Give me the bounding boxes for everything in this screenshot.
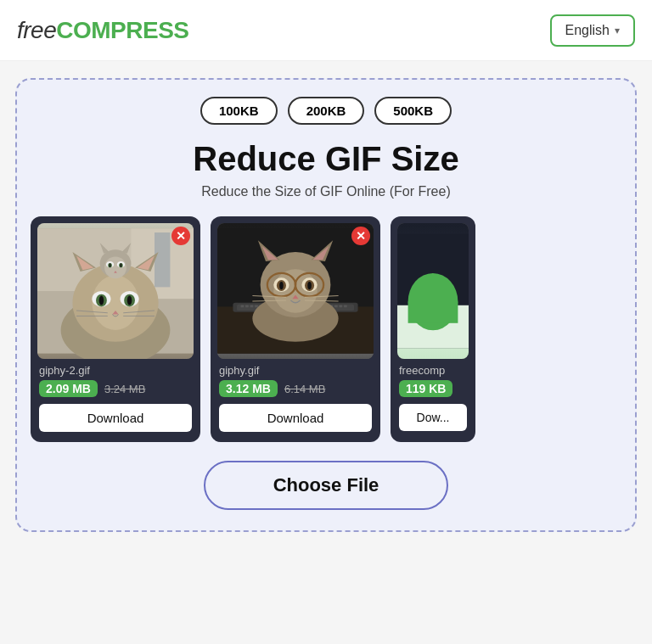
file-card-2: ✕ giphy.gif 3.12 MB 6.14 MB Download	[211, 216, 380, 442]
size-100kb-button[interactable]: 100KB	[200, 97, 278, 125]
card-3-size-row: 119 KB	[399, 380, 467, 397]
card-3-new-size: 119 KB	[399, 380, 452, 397]
logo: free COMPRESS	[17, 17, 189, 44]
card-2-size-row: 3.12 MB 6.14 MB	[219, 380, 372, 397]
choose-file-button[interactable]: Choose File	[204, 461, 449, 510]
svg-point-16	[127, 296, 132, 305]
card-3-filename: freecomp	[399, 364, 467, 377]
svg-rect-59	[344, 305, 347, 308]
card-2-filename: giphy.gif	[219, 364, 372, 377]
gif-preview-2	[217, 223, 374, 359]
card-2-download-button[interactable]: Download	[219, 404, 372, 432]
svg-rect-57	[334, 305, 338, 308]
page-title: Reduce GIF Size	[31, 138, 621, 179]
card-3-download-button[interactable]: Dow...	[399, 404, 467, 431]
card-2-old-size: 6.14 MB	[284, 383, 325, 395]
card-1-size-row: 2.09 MB 3.24 MB	[39, 380, 192, 397]
gif-preview-3	[397, 223, 469, 359]
size-200kb-button[interactable]: 200KB	[288, 97, 365, 125]
card-1-download-button[interactable]: Download	[39, 404, 192, 432]
close-card-1-button[interactable]: ✕	[171, 227, 190, 245]
logo-compress-text: COMPRESS	[56, 17, 188, 44]
card-image-2: ✕	[217, 223, 374, 359]
svg-rect-58	[340, 305, 343, 308]
card-image-3	[397, 223, 469, 359]
svg-rect-3	[155, 232, 170, 287]
svg-point-30	[110, 263, 111, 267]
card-2-new-size: 3.12 MB	[219, 380, 278, 397]
logo-free-text: free	[17, 17, 56, 44]
dashed-container: 100KB 200KB 500KB Reduce GIF Size Reduce…	[15, 78, 637, 532]
card-1-new-size: 2.09 MB	[39, 380, 98, 397]
choose-file-section: Choose File	[31, 461, 621, 510]
svg-rect-40	[255, 305, 258, 308]
size-500kb-button[interactable]: 500KB	[374, 97, 452, 125]
size-preset-buttons: 100KB 200KB 500KB	[31, 97, 621, 125]
gif-preview-1	[37, 223, 194, 359]
svg-point-31	[121, 263, 122, 267]
svg-point-76	[307, 282, 312, 289]
svg-point-23	[104, 257, 126, 279]
language-selector[interactable]: English ▾	[550, 14, 635, 47]
card-1-info: giphy-2.gif 2.09 MB 3.24 MB Download	[37, 359, 194, 435]
close-card-2-button[interactable]: ✕	[351, 227, 370, 245]
main-content: 100KB 200KB 500KB Reduce GIF Size Reduce…	[0, 61, 652, 549]
file-card-1: ✕ giphy-2.gif 2.09 MB 3.24 MB Download	[31, 216, 200, 442]
svg-rect-85	[408, 302, 458, 323]
card-1-old-size: 3.24 MB	[104, 383, 145, 395]
svg-rect-39	[250, 305, 254, 308]
svg-rect-38	[245, 305, 249, 308]
card-3-info: freecomp 119 KB Dow...	[397, 359, 469, 434]
card-image-1: ✕	[37, 223, 194, 359]
svg-point-75	[279, 282, 284, 289]
card-2-info: giphy.gif 3.12 MB 6.14 MB Download	[217, 359, 374, 435]
card-1-filename: giphy-2.gif	[39, 364, 192, 377]
svg-rect-37	[241, 305, 244, 308]
svg-point-15	[99, 296, 104, 305]
chevron-down-icon: ▾	[615, 25, 620, 36]
file-card-3: freecomp 119 KB Dow...	[391, 216, 475, 442]
header: free COMPRESS English ▾	[0, 0, 652, 61]
file-cards-row: ✕ giphy-2.gif 2.09 MB 3.24 MB Download	[31, 216, 621, 442]
page-subtitle: Reduce the Size of GIF Online (For Free)	[31, 184, 621, 199]
language-label: English	[565, 23, 610, 38]
